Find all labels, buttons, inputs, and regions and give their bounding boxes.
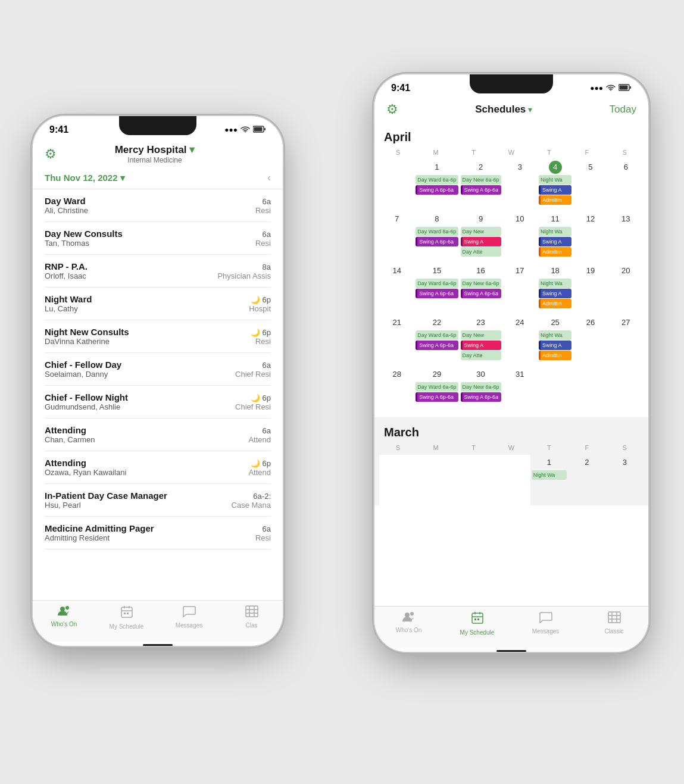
calendar-event[interactable]: Swing A	[539, 289, 571, 298]
calendar-event[interactable]: Night Wa	[532, 470, 567, 480]
calendar-event[interactable]: Swing A 6p-6a	[461, 289, 501, 298]
day-num: 30	[461, 368, 501, 381]
calendar-day[interactable]: 28	[379, 367, 414, 417]
calendar-event[interactable]: Swing A 6p-6a	[416, 341, 458, 350]
calendar-event[interactable]: Swing A 6p-6a	[416, 392, 458, 402]
calendar-day[interactable]: 6	[608, 160, 644, 210]
schedule-item[interactable]: In-Patient Day Case Manager 6a-2: Hsu, P…	[45, 484, 271, 517]
schedule-item[interactable]: Night New Consults 🌙 6p DaVinna Katherin…	[45, 320, 271, 353]
schedule-item[interactable]: Day Ward 6a Ali, Christine Resi	[45, 189, 271, 222]
calendar-day[interactable]: 10	[502, 211, 538, 262]
calendar-event[interactable]: Swing A 6p-6a	[461, 185, 501, 195]
calendar-event[interactable]: Swing A	[461, 341, 501, 350]
calendar-day[interactable]: 5	[573, 160, 608, 210]
calendar-event[interactable]: Day Atte	[461, 247, 501, 257]
calendar-event[interactable]: Day Ward 6a-6p	[416, 227, 458, 236]
tab-my-schedule[interactable]: My Schedule	[95, 605, 158, 630]
schedule-role: Attend	[248, 435, 271, 444]
schedule-time: 8a	[263, 263, 271, 271]
calendar-day[interactable]: 2	[568, 455, 605, 505]
calendar-event[interactable]: Admittin	[539, 247, 571, 257]
calendar-day[interactable]: 12	[573, 211, 608, 262]
calendar-day[interactable]: 3	[606, 455, 644, 505]
calendar-event[interactable]: Swing A 6p-6a	[416, 185, 458, 195]
calendar-day[interactable]: 1Day Ward 6a-6pSwing A 6p-6a	[414, 160, 459, 210]
calendar-event[interactable]: Night Wa	[539, 175, 571, 185]
calendar-day[interactable]: 9Day NewSwing ADay Atte	[460, 211, 502, 262]
calendar-event[interactable]: Day Ward 6a-6p	[416, 279, 458, 288]
schedule-item[interactable]: Day New Consults 6a Tan, Thomas Resi	[45, 222, 271, 255]
calendar-day[interactable]: 30Day New 6a-6pSwing A 6p-6a	[460, 367, 502, 417]
calendar-day[interactable]: 23Day NewSwing ADay Atte	[460, 315, 502, 366]
tab-classic[interactable]: Classic	[580, 611, 648, 636]
schedule-item[interactable]: Attending 6a Chan, Carmen Attend	[45, 418, 271, 451]
calendar-day[interactable]: 20	[608, 263, 644, 314]
calendar-day[interactable]: 31	[502, 367, 538, 417]
calendar-day[interactable]: 27	[608, 315, 644, 366]
calendar-day[interactable]: 16Day New 6a-6pSwing A 6p-6a	[460, 263, 502, 314]
calendar-day[interactable]: 7	[379, 211, 414, 262]
schedule-item[interactable]: Night Ward 🌙 6p Lu, Cathy Hospit	[45, 288, 271, 320]
today-button[interactable]: Today	[610, 104, 636, 115]
calendar-event[interactable]: Swing A 6p-6a	[416, 237, 458, 246]
calendar-event[interactable]: Day New	[461, 330, 501, 340]
calendar-event[interactable]: Swing A 6p-6a	[461, 392, 501, 402]
calendar-event[interactable]: Day Ward 6a-6p	[416, 382, 458, 392]
calendar-day[interactable]: 8Day Ward 6a-6pSwing A 6p-6a	[414, 211, 459, 262]
calendar-event[interactable]: Admittin	[539, 299, 571, 308]
schedule-item[interactable]: RNP - P.A. 8a Orloff, Isaac Physician As…	[45, 255, 271, 288]
calendar-event[interactable]: Day Ward 6a-6p	[416, 330, 458, 340]
schedules-title[interactable]: Schedules ▾	[475, 104, 532, 115]
schedule-item[interactable]: Chief - Fellow Day 6a Soelaiman, Danny C…	[45, 353, 271, 386]
calendar-day[interactable]: 24	[502, 315, 538, 366]
gear-icon-back[interactable]: ⚙	[45, 146, 57, 162]
calendar-day[interactable]: 29Day Ward 6a-6pSwing A 6p-6a	[414, 367, 459, 417]
schedule-item[interactable]: Medicine Admitting Pager 6a Admitting Re…	[45, 517, 271, 549]
calendar-event[interactable]: Swing A	[539, 185, 571, 195]
calendar-day[interactable]: 15Day Ward 6a-6pSwing A 6p-6a	[414, 263, 459, 314]
calendar-day[interactable]: 22Day Ward 6a-6pSwing A 6p-6a	[414, 315, 459, 366]
calendar-day[interactable]: 25Night WaSwing AAdmittin	[538, 315, 573, 366]
calendar-day[interactable]: 1Night Wa	[530, 455, 568, 505]
calendar-event[interactable]: Night Wa	[539, 279, 571, 288]
tab-who's-on[interactable]: Who's On	[374, 611, 443, 636]
gear-icon-front[interactable]: ⚙	[386, 102, 398, 117]
tab-my-schedule[interactable]: My Schedule	[443, 611, 511, 636]
calendar-day[interactable]: 14	[379, 263, 414, 314]
hospital-title[interactable]: Mercy Hospital ▾ Internal Medicine	[57, 143, 253, 164]
calendar-event[interactable]: Swing A	[539, 237, 571, 246]
calendar-event[interactable]: Admittin	[539, 195, 571, 205]
tab-messages[interactable]: Messages	[511, 611, 580, 636]
tab-clas[interactable]: Clas	[220, 605, 283, 630]
calendar-event[interactable]: Day New 6a-6p	[461, 382, 501, 392]
calendar-day[interactable]: 2Day New 6a-6pSwing A 6p-6a	[460, 160, 502, 210]
calendar-event[interactable]: Day Atte	[461, 351, 501, 360]
calendar-day[interactable]: 21	[379, 315, 414, 366]
chevron-right-icon[interactable]: ‹	[267, 171, 271, 184]
schedule-role: Resi	[255, 206, 271, 215]
calendar-event[interactable]: Swing A	[539, 341, 571, 350]
calendar-day[interactable]: 17	[502, 263, 538, 314]
calendar-event[interactable]: Day New	[461, 227, 501, 236]
calendar-day[interactable]: 11Night WaSwing AAdmittin	[538, 211, 573, 262]
schedule-item[interactable]: Chief - Fellow Night 🌙 6p Gudmundsend, A…	[45, 386, 271, 418]
calendar-event[interactable]: Night Wa	[539, 330, 571, 340]
calendar-day[interactable]: 3	[502, 160, 538, 210]
calendar-event[interactable]: Day New 6a-6p	[461, 279, 501, 288]
calendar-event[interactable]: Day New 6a-6p	[461, 175, 501, 185]
calendar-event[interactable]: Admittin	[539, 351, 571, 360]
calendar-event[interactable]: Night Wa	[539, 227, 571, 236]
schedule-item[interactable]: Attending 🌙 6p Ozawa, Ryan Kawailani Att…	[45, 451, 271, 484]
signal-icon-front: ●●●	[590, 84, 603, 92]
tab-messages[interactable]: Messages	[158, 605, 220, 630]
tab-who's-on[interactable]: Who's On	[33, 605, 95, 630]
calendar-day[interactable]: 19	[573, 263, 608, 314]
calendar-event[interactable]: Swing A	[461, 237, 501, 246]
calendar-day[interactable]: 4Night WaSwing AAdmittin	[538, 160, 573, 210]
calendar-event[interactable]: Day Ward 6a-6p	[416, 175, 458, 185]
calendar-event[interactable]: Swing A 6p-6a	[416, 289, 458, 298]
calendar-day[interactable]: 18Night WaSwing AAdmittin	[538, 263, 573, 314]
calendar-day[interactable]: 26	[573, 315, 608, 366]
date-row[interactable]: Thu Nov 12, 2022 ▾ ‹	[33, 169, 283, 189]
calendar-day[interactable]: 13	[608, 211, 644, 262]
